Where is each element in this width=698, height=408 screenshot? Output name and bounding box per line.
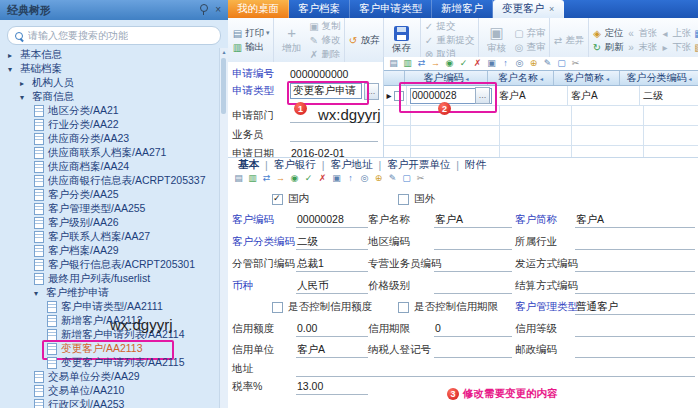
grid-empty-row[interactable]	[384, 126, 698, 146]
edit2-icon[interactable]: ✎	[542, 58, 553, 69]
doc-icon[interactable]: ▣	[486, 58, 497, 69]
tree-item[interactable]: 交易单位/AA210	[0, 384, 220, 398]
sidebar-scrollbar[interactable]: ▴	[219, 48, 228, 408]
search-box[interactable]: 请输入您要搜索的功能	[7, 26, 221, 45]
field-value[interactable]: 0	[434, 322, 512, 337]
tab-my-desktop[interactable]: 我的桌面	[228, 0, 289, 18]
request-type-browse-button[interactable]: …	[364, 83, 379, 100]
tree-item[interactable]: 客户级别/AA26	[0, 216, 220, 230]
field-value[interactable]	[575, 235, 695, 250]
field-value[interactable]	[434, 257, 512, 272]
tree-item[interactable]: 交易单位分类/AA29	[0, 370, 220, 384]
salesman-input[interactable]	[290, 128, 378, 142]
scroll-up-icon[interactable]: ▴	[220, 48, 228, 55]
pin-icon[interactable]	[200, 5, 208, 15]
grid-column-header[interactable]: 客户简称◂	[554, 71, 620, 85]
delete-button[interactable]: ✗删除	[308, 48, 342, 61]
swap-icon[interactable]: ⇄	[261, 173, 272, 184]
edit2-icon[interactable]: ✎	[387, 173, 398, 184]
sheet-icon[interactable]: ▥	[247, 173, 258, 184]
subtab-3[interactable]: 客户地址	[324, 158, 378, 172]
tree-item[interactable]: ▾客户维护申请	[0, 286, 220, 300]
grid-column-header[interactable]: 客户编码◂	[405, 71, 488, 85]
field-value[interactable]	[296, 362, 695, 377]
next-record-button[interactable]: ▸下张	[659, 41, 693, 54]
submit-button[interactable]: ✓提交	[423, 20, 476, 33]
printer-icon[interactable]: ▤	[233, 173, 244, 184]
search-icon[interactable]: ◎	[359, 173, 370, 184]
locate-button[interactable]: ◈定位	[591, 27, 625, 40]
tree-item[interactable]: 供应商分类/AA23	[0, 132, 220, 146]
tab-customer-request-type[interactable]: 客户申请类型	[350, 0, 432, 18]
tree-item[interactable]: 客户申请类型/AA2111	[0, 300, 220, 314]
tab-close-icon[interactable]: ×	[549, 4, 554, 14]
tree-item[interactable]: 供应商档案/AA24	[0, 160, 220, 174]
printer-icon[interactable]: ▤	[388, 58, 399, 69]
field-value[interactable]: 客户A	[434, 213, 512, 228]
tree-item[interactable]: 客户管理类型/AA255	[0, 202, 220, 216]
field-value[interactable]: 客户A	[575, 213, 695, 228]
grid-column-header[interactable]: 客户分类编码◂	[620, 71, 698, 85]
grid-empty-row[interactable]	[384, 106, 698, 126]
rcross-icon[interactable]: ✗	[317, 173, 328, 184]
modify-button[interactable]: ✎修改	[308, 34, 342, 47]
tree-item[interactable]: 新增客户申请列表/AA2114	[0, 328, 220, 342]
field-value[interactable]	[575, 322, 695, 337]
subtab-5[interactable]: 附件	[459, 158, 492, 172]
tree-item[interactable]: ▸基本信息	[0, 48, 220, 62]
field-value[interactable]: 二级	[296, 235, 368, 250]
checkbox-是否控制信用期限[interactable]	[398, 302, 409, 313]
grid-cell[interactable]: 00000028…	[407, 86, 496, 105]
tab-customer-archive[interactable]: 客户档案	[289, 0, 350, 18]
field-value[interactable]: 0.00	[296, 322, 368, 337]
up-icon[interactable]: ↑	[345, 173, 356, 184]
tree-item[interactable]: 地区分类/AA21	[0, 104, 220, 118]
refresh-button[interactable]: ↻刷新	[591, 41, 625, 54]
grid-column-header[interactable]: 客户名称◂	[488, 71, 554, 85]
arrow-icon[interactable]: →	[430, 58, 441, 69]
erase-icon[interactable]: ✂	[570, 58, 581, 69]
tree-item[interactable]: 新增客户/AA2112	[0, 314, 220, 328]
output-button[interactable]: ▥输出	[231, 41, 271, 54]
field-value[interactable]: 13.00	[296, 380, 368, 395]
scrollbar-thumb[interactable]	[221, 58, 226, 114]
tab-change-customer[interactable]: 变更客户×	[493, 0, 564, 18]
tree-item[interactable]: 变更客户申请列表/AA2115	[0, 356, 220, 370]
rcross-icon[interactable]: ✗	[472, 58, 483, 69]
difference-button[interactable]: ⇄差异	[552, 34, 586, 47]
close-icon[interactable]: ×	[215, 5, 221, 15]
audit-button[interactable]: ▣审核	[481, 20, 513, 60]
subtab-1[interactable]: 基本	[232, 158, 265, 172]
grid-cell[interactable]: 二级	[640, 86, 698, 105]
tree-item[interactable]: ▾客商信息	[0, 90, 220, 104]
copy-button[interactable]: ▣复制	[308, 20, 342, 33]
view-button[interactable]: ▦视图▾	[693, 27, 698, 40]
gcheck-icon[interactable]: ✓	[458, 58, 469, 69]
abandon-button[interactable]: ↺放弃	[347, 34, 381, 47]
tree-item[interactable]: 行政区划/AA253	[0, 398, 220, 408]
tree-item[interactable]: 客户银行信息表/ACRPT205301	[0, 258, 220, 272]
grid-cell[interactable]: 客户A	[568, 86, 640, 105]
prev-record-button[interactable]: ◂上张	[659, 27, 693, 40]
panel-icon[interactable]: ▢	[401, 173, 412, 184]
erase-icon[interactable]: ✂	[415, 173, 426, 184]
format-button[interactable]: ▧格式	[693, 41, 698, 54]
checkbox-国外[interactable]	[398, 194, 409, 205]
tree-item[interactable]: 客户联系人档案/AA27	[0, 230, 220, 244]
unaudit-button[interactable]: ▢弃审	[513, 27, 547, 40]
check-audit-button[interactable]: ◎查审	[513, 41, 547, 54]
checkbox-国内[interactable]	[272, 194, 283, 205]
field-value[interactable]: 00000028	[296, 213, 368, 228]
customer-code-browse-button[interactable]: …	[475, 87, 490, 104]
field-value[interactable]: 普通客户	[575, 300, 695, 315]
tree-item[interactable]: 客户分类/AA25	[0, 188, 220, 202]
doc-icon[interactable]: ▣	[331, 173, 342, 184]
attach-icon[interactable]: ⊕	[373, 173, 384, 184]
tree-item[interactable]: 供应商联系人档案/AA271	[0, 146, 220, 160]
tab-new-customer[interactable]: 新增客户	[432, 0, 493, 18]
field-value[interactable]	[434, 279, 512, 294]
tree-item[interactable]: 客户档案/AA29	[0, 244, 220, 258]
globe-icon[interactable]: ◉	[289, 173, 300, 184]
panel-icon[interactable]: ▢	[556, 58, 567, 69]
add-button[interactable]: +增加	[276, 20, 308, 60]
